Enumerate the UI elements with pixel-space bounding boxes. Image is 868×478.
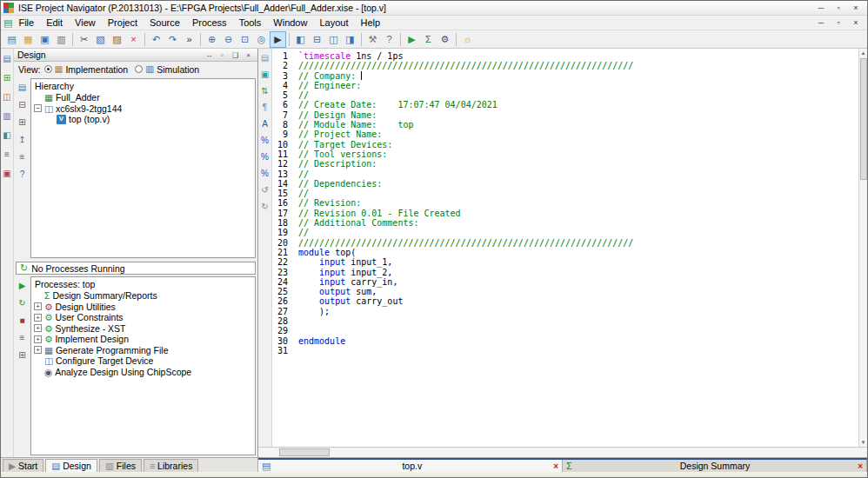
menu-source[interactable]: Source (144, 17, 186, 29)
panel-close-icon[interactable]: × (243, 50, 254, 60)
code-line[interactable]: 2///////////////////////////////////////… (272, 61, 858, 70)
scroll-down-icon[interactable]: ▼ (861, 438, 866, 447)
code-line[interactable]: 14// Dependencies: (272, 179, 858, 189)
zoom-fit-button[interactable]: ⊡ (237, 31, 253, 48)
minimize-button[interactable]: ─ (812, 2, 830, 14)
code-line[interactable]: 12// Description: (272, 159, 858, 169)
expand-all-button[interactable]: ⊞ (17, 116, 28, 128)
mdi-restore-button[interactable]: ▫ (830, 17, 847, 29)
open-folder-button[interactable]: ▦ (20, 31, 37, 48)
copy-button[interactable]: ▧ (92, 31, 109, 48)
code-line[interactable]: 1`timescale 1ns / 1ps (272, 51, 858, 61)
code-line[interactable]: 26 output carry_out (272, 296, 858, 306)
uncomment-button[interactable]: % (259, 151, 270, 163)
menu-file[interactable]: File (12, 17, 40, 29)
zoom-in-button[interactable]: ⊕ (204, 31, 220, 48)
close-button[interactable]: × (847, 2, 865, 14)
code-line[interactable]: 3// Company: (272, 71, 858, 81)
rerun-process-button[interactable]: ↻ (17, 297, 28, 309)
layout-bottom-button[interactable]: ⊟ (309, 31, 325, 48)
mdi-close-button[interactable]: × (847, 17, 865, 29)
expander-icon[interactable]: + (34, 302, 42, 310)
lightbulb-button[interactable]: ☼ (459, 31, 476, 48)
process-properties-button[interactable]: ≡ (17, 332, 28, 343)
library-view-button[interactable]: ▥ (2, 110, 13, 122)
process-item[interactable]: ΣDesign Summary/Reports (31, 290, 255, 302)
design-panel-header[interactable]: Design ↔ ▫ ❑ × (14, 49, 257, 62)
code-line[interactable]: 10// Target Devices: (272, 140, 858, 149)
hierarchy-button[interactable]: ⊟ (17, 99, 28, 110)
panel-float-icon[interactable]: ▫ (217, 50, 228, 60)
expander-icon[interactable]: + (34, 335, 42, 343)
zoom-full-button[interactable]: ◎ (253, 31, 270, 48)
code-line[interactable]: 16// Revision: (272, 198, 858, 208)
font-button[interactable]: A (259, 118, 270, 129)
code-line[interactable]: 21module top( (272, 248, 858, 257)
add-source-button[interactable]: ⊞ (2, 72, 13, 83)
code-line[interactable]: 5// (272, 90, 858, 100)
mdi-minimize-button[interactable]: ─ (812, 17, 830, 29)
code-line[interactable]: 28 (272, 316, 858, 326)
menu-view[interactable]: View (69, 17, 102, 29)
panel-dock-icon[interactable]: ↔ (204, 50, 215, 60)
redo-button[interactable]: ↷ (164, 31, 181, 48)
process-item[interactable]: +⚙User Constraints (31, 312, 255, 323)
code-line[interactable]: 31 (272, 346, 858, 355)
tab-start[interactable]: ▶Start (3, 459, 43, 472)
menu-layout[interactable]: Layout (313, 17, 354, 29)
code-line[interactable]: 8// Module Name: top (272, 120, 858, 129)
expander-icon[interactable]: + (34, 324, 42, 332)
summary-sigma-button[interactable]: Σ (420, 31, 437, 48)
tab-libraries[interactable]: ≡Libraries (144, 459, 198, 472)
more-tools-chevron-button[interactable]: » (181, 31, 197, 48)
expander-icon[interactable]: − (34, 104, 42, 112)
menu-project[interactable]: Project (102, 17, 144, 29)
process-item[interactable]: +▦Generate Programming File (31, 345, 255, 356)
code-editor[interactable]: 1`timescale 1ns / 1ps2//////////////////… (272, 49, 858, 447)
layout-split-button[interactable]: ◫ (325, 31, 342, 48)
hierarchy-item[interactable]: Vtop (top.v) (31, 114, 255, 125)
tab-design[interactable]: ▤Design (45, 459, 97, 472)
properties-button[interactable]: ≡ (17, 151, 28, 163)
view-option-simulation[interactable]: ▥Simulation (135, 64, 199, 75)
code-line[interactable]: 22 input input_1, (272, 257, 858, 267)
menu-tools[interactable]: Tools (233, 17, 268, 29)
process-item[interactable]: ◉Analyze Design Using ChipScope (31, 367, 255, 378)
code-line[interactable]: 29 (272, 326, 858, 335)
code-line[interactable]: 11// Tool versions: (272, 149, 858, 159)
nav-back-button[interactable]: ↺ (259, 184, 270, 196)
hierarchy-item[interactable]: −◫xc6slx9-2tgg144 (31, 103, 255, 115)
vertical-scroll-thumb[interactable] (860, 58, 867, 180)
layout-tabbed-button[interactable]: ◨ (342, 31, 358, 48)
paragraph-button[interactable]: ¶ (259, 102, 270, 113)
print-button[interactable]: ▥ (53, 31, 70, 48)
process-item[interactable]: +⚙Design Utilities (31, 302, 255, 313)
maximize-button[interactable]: ▫ (830, 2, 847, 14)
select-tool-button[interactable]: ▶ (270, 31, 286, 48)
code-line[interactable]: 20//////////////////////////////////////… (272, 238, 858, 248)
expand-process-button[interactable]: ⊞ (17, 349, 28, 361)
code-line[interactable]: 17// Revision 0.01 - File Created (272, 209, 858, 218)
tab-files[interactable]: ▥Files (99, 459, 142, 472)
settings-wrench-button[interactable]: ⚒ (364, 31, 381, 48)
layout-left-button[interactable]: ◧ (292, 31, 309, 48)
code-line[interactable]: 24 input carry_in, (272, 277, 858, 287)
process-item[interactable]: ◫Configure Target Device (31, 355, 255, 367)
save-button[interactable]: ▣ (37, 31, 53, 48)
horizontal-scroll-thumb[interactable] (279, 448, 330, 456)
comment-button[interactable]: % (259, 135, 270, 146)
code-line[interactable]: 18// Additional Comments: (272, 218, 858, 228)
editor-tab-top-v[interactable]: ▤top.v× (258, 460, 563, 472)
process-item[interactable]: +⚙Synthesize - XST (31, 323, 255, 335)
code-line[interactable]: 25 output sum, (272, 287, 858, 296)
new-project-button[interactable]: ▤ (2, 53, 13, 64)
code-line[interactable]: 7// Design Name: (272, 110, 858, 120)
expander-icon[interactable]: + (34, 346, 42, 354)
errors-view-button[interactable]: ▣ (2, 168, 13, 179)
goto-line-button[interactable]: ⇅ (259, 85, 270, 96)
radio-implementation[interactable] (44, 65, 52, 73)
menu-edit[interactable]: Edit (40, 17, 69, 29)
help-button[interactable]: ? (17, 169, 28, 180)
menu-process[interactable]: Process (186, 17, 233, 29)
paste-button[interactable]: ▨ (109, 31, 125, 48)
